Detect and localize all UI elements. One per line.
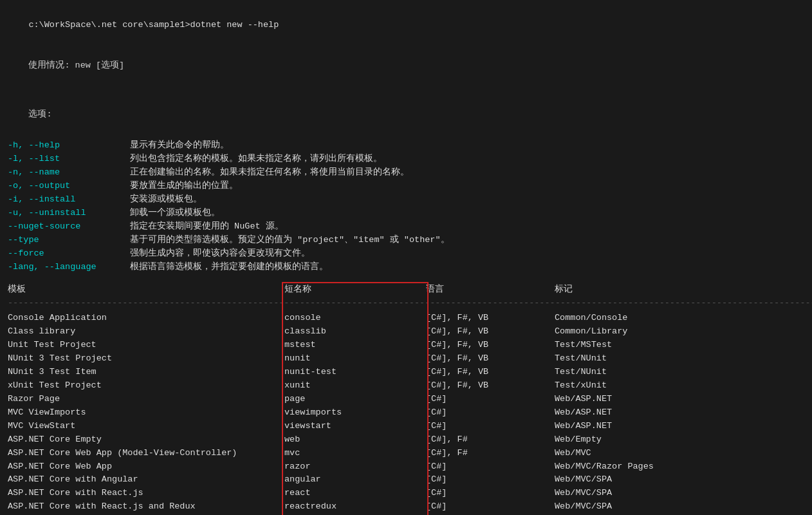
cell-tags: Web/MVC/Razor Pages bbox=[555, 460, 804, 474]
option-row: -u, --uninstall卸载一个源或模板包。 bbox=[8, 207, 804, 220]
cell-tags: Web/ASP.NET bbox=[555, 406, 804, 420]
cell-language: [C#] bbox=[426, 487, 555, 500]
option-desc: 显示有关此命令的帮助。 bbox=[130, 139, 229, 153]
cell-template: ASP.NET Core with React.js bbox=[8, 487, 284, 500]
cell-tags: Common/Library bbox=[555, 325, 804, 339]
cell-template: xUnit Test Project bbox=[8, 379, 284, 393]
cell-language: [C#] bbox=[426, 460, 555, 474]
cell-shortname: mvc bbox=[284, 447, 426, 460]
option-row: --force强制生成内容，即使该内容会更改现有文件。 bbox=[8, 247, 804, 261]
table-row: ASP.NET Core Emptyweb[C#], F#Web/Empty bbox=[8, 433, 804, 447]
table-row: Unit Test Projectmstest[C#], F#, VBTest/… bbox=[8, 339, 804, 352]
option-row: -i, --install安装源或模板包。 bbox=[8, 193, 804, 207]
cell-template: NUnit 3 Test Item bbox=[8, 366, 284, 379]
cell-language: [C#], F#, VB bbox=[426, 352, 555, 366]
cell-shortname: angular bbox=[284, 473, 426, 487]
option-desc: 正在创建输出的名称。如果未指定任何名称，将使用当前目录的名称。 bbox=[130, 166, 409, 180]
option-desc: 要放置生成的输出的位置。 bbox=[130, 180, 238, 193]
cell-tags: Test/xUnit bbox=[555, 379, 804, 393]
cell-template: Class library bbox=[8, 325, 284, 339]
cell-language: [C#] bbox=[426, 500, 555, 514]
cell-tags: Web/ASP.NET bbox=[555, 420, 804, 433]
cell-language: [C#], F#, VB bbox=[426, 366, 555, 379]
options-header: 选项: bbox=[8, 95, 804, 136]
header-language: 语言 bbox=[426, 283, 555, 295]
option-row: -o, --output要放置生成的输出的位置。 bbox=[8, 180, 804, 193]
option-flag: --force bbox=[8, 247, 130, 261]
prompt-text: c:\WorkSpace\.net core\sample1>dotnet ne… bbox=[28, 20, 279, 30]
option-desc: 卸载一个源或模板包。 bbox=[130, 207, 220, 220]
option-flag: -u, --uninstall bbox=[8, 207, 130, 220]
option-row: -l, --list列出包含指定名称的模板。如果未指定名称，请列出所有模板。 bbox=[8, 153, 804, 166]
option-desc: 列出包含指定名称的模板。如果未指定名称，请列出所有模板。 bbox=[130, 153, 382, 166]
cell-language: [C#], F#, VB bbox=[426, 325, 555, 339]
table-row: ASP.NET Core with React.jsreact[C#]Web/M… bbox=[8, 487, 804, 500]
cell-shortname: page bbox=[284, 393, 426, 406]
table-row: MVC ViewImportsviewimports[C#]Web/ASP.NE… bbox=[8, 406, 804, 420]
cell-shortname: nunit bbox=[284, 352, 426, 366]
option-desc: 指定在安装期间要使用的 NuGet 源。 bbox=[130, 220, 284, 234]
cell-tags: Web/ASP.NET bbox=[555, 393, 804, 406]
cell-tags: Web/MVC/SPA bbox=[555, 473, 804, 487]
cell-template: ASP.NET Core with Angular bbox=[8, 473, 284, 487]
cell-shortname: nunit-test bbox=[284, 366, 426, 379]
cell-shortname: viewimports bbox=[284, 406, 426, 420]
table-row: ASP.NET Core with Angularangular[C#]Web/… bbox=[8, 473, 804, 487]
option-row: --type基于可用的类型筛选模板。预定义的值为 "project"、"item… bbox=[8, 234, 804, 247]
header-shortname: 短名称 bbox=[284, 283, 426, 295]
option-desc: 基于可用的类型筛选模板。预定义的值为 "project"、"item" 或 "o… bbox=[130, 234, 450, 247]
table-row: Razor Pagepage[C#]Web/ASP.NET bbox=[8, 393, 804, 406]
cell-tags: Test/NUnit bbox=[555, 366, 804, 379]
table-row: ASP.NET Core Web App (Model-View-Control… bbox=[8, 447, 804, 460]
cell-template: ASP.NET Core Web App bbox=[8, 460, 284, 474]
cell-tags: Web/MVC bbox=[555, 447, 804, 460]
cell-language: [C#], F# bbox=[426, 433, 555, 447]
option-row: -n, --name正在创建输出的名称。如果未指定任何名称，将使用当前目录的名称… bbox=[8, 166, 804, 180]
table-divider: ----------------------------------------… bbox=[8, 297, 804, 310]
cell-template: MVC ViewStart bbox=[8, 420, 284, 433]
cell-tags: Test/MSTest bbox=[555, 339, 804, 352]
option-flag: -h, --help bbox=[8, 139, 130, 153]
cell-language: [C#], F#, VB bbox=[426, 312, 555, 325]
cell-shortname: xunit bbox=[284, 379, 426, 393]
cell-shortname: react bbox=[284, 487, 426, 500]
table-row: xUnit Test Projectxunit[C#], F#, VBTest/… bbox=[8, 379, 804, 393]
cell-tags: Web/Empty bbox=[555, 433, 804, 447]
option-flag: -n, --name bbox=[8, 166, 130, 180]
cell-template: ASP.NET Core with React.js and Redux bbox=[8, 500, 284, 514]
cell-tags: Web/MVC/SPA bbox=[555, 487, 804, 500]
table-row: ASP.NET Core Web Apprazor[C#]Web/MVC/Raz… bbox=[8, 460, 804, 474]
option-flag: -l, --list bbox=[8, 153, 130, 166]
table-header-row: 模板 短名称 语言 标记 bbox=[8, 283, 804, 295]
table-row: Class libraryclasslib[C#], F#, VBCommon/… bbox=[8, 325, 804, 339]
table-row: MVC ViewStartviewstart[C#]Web/ASP.NET bbox=[8, 420, 804, 433]
terminal: c:\WorkSpace\.net core\sample1>dotnet ne… bbox=[8, 5, 804, 515]
header-tags: 标记 bbox=[555, 283, 804, 295]
table-row: NUnit 3 Test Projectnunit[C#], F#, VBTes… bbox=[8, 352, 804, 366]
usage-text: 使用情况: new [选项] bbox=[28, 61, 124, 70]
cell-shortname: mstest bbox=[284, 339, 426, 352]
options-section: -h, --help显示有关此命令的帮助。-l, --list列出包含指定名称的… bbox=[8, 139, 804, 274]
header-template: 模板 bbox=[8, 283, 284, 295]
cell-template: MVC ViewImports bbox=[8, 406, 284, 420]
cell-tags: Common/Console bbox=[555, 312, 804, 325]
table-row: ASP.NET Core with React.js and Reduxreac… bbox=[8, 500, 804, 514]
cell-template: ASP.NET Core Web App (Model-View-Control… bbox=[8, 447, 284, 460]
option-flag: --type bbox=[8, 234, 130, 247]
option-flag: --nuget-source bbox=[8, 220, 130, 234]
cell-shortname: razor bbox=[284, 460, 426, 474]
option-desc: 强制生成内容，即使该内容会更改现有文件。 bbox=[130, 247, 310, 261]
option-row: -lang, --language根据语言筛选模板，并指定要创建的模板的语言。 bbox=[8, 261, 804, 274]
option-desc: 根据语言筛选模板，并指定要创建的模板的语言。 bbox=[130, 261, 328, 274]
option-flag: -lang, --language bbox=[8, 261, 130, 274]
cell-language: [C#] bbox=[426, 393, 555, 406]
usage-line: 使用情况: new [选项] bbox=[8, 46, 804, 86]
table-row: NUnit 3 Test Itemnunit-test[C#], F#, VBT… bbox=[8, 366, 804, 379]
cell-template: Unit Test Project bbox=[8, 339, 284, 352]
cell-tags: Web/MVC/SPA bbox=[555, 500, 804, 514]
cell-shortname: viewstart bbox=[284, 420, 426, 433]
cell-template: ASP.NET Core Empty bbox=[8, 433, 284, 447]
table-row: Console Applicationconsole[C#], F#, VBCo… bbox=[8, 312, 804, 325]
option-desc: 安装源或模板包。 bbox=[130, 193, 202, 207]
cell-tags: Test/NUnit bbox=[555, 352, 804, 366]
